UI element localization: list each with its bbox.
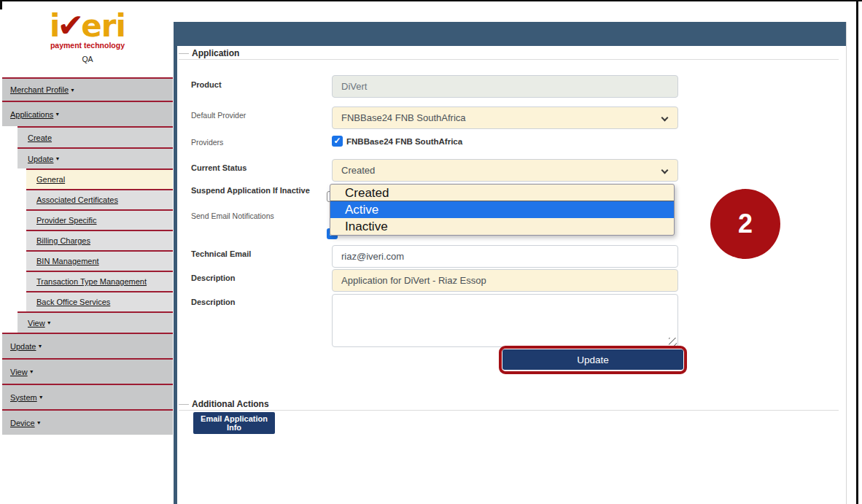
- logo-letters: eri: [81, 8, 125, 44]
- sidebar-item-back-office-services[interactable]: Back Office Services: [26, 291, 173, 311]
- sidebar-item-label: Merchant Profile: [10, 85, 69, 94]
- chevron-down-icon: [661, 115, 669, 122]
- status-option-created[interactable]: Created: [330, 185, 674, 201]
- expand-arrow-icon: ▼: [37, 344, 42, 349]
- step-2-annotation-badge: 2: [710, 189, 780, 259]
- sidebar-item-billing-charges[interactable]: Billing Charges: [26, 230, 173, 250]
- legend-dash: [179, 404, 189, 405]
- description-notes-textarea[interactable]: [332, 294, 678, 347]
- current-status-value: Created: [341, 165, 375, 176]
- sidebar-item-label: Create: [28, 133, 52, 142]
- status-option-active[interactable]: Active: [330, 201, 674, 218]
- technical-email-input[interactable]: [332, 245, 678, 268]
- expand-arrow-icon: ▼: [70, 88, 75, 93]
- sidebar-item-label: View: [28, 319, 45, 327]
- sidebar: i✔eri payment technology QA Merchant Pro…: [2, 1, 173, 504]
- suspend-if-inactive-label: Suspend Application If Inactive: [191, 186, 310, 195]
- description-input[interactable]: [332, 269, 678, 292]
- additional-actions-legend-text: Additional Actions: [192, 399, 269, 409]
- email-application-info-button[interactable]: Email Application Info: [193, 412, 275, 434]
- main-content: Application Product DiVert Default Provi…: [177, 46, 846, 504]
- sidebar-item-update[interactable]: Update▼: [18, 147, 173, 168]
- providers-option-label: FNBBase24 FNB SouthAfrica: [346, 137, 462, 146]
- expand-arrow-icon: ▼: [47, 320, 52, 325]
- sidebar-menu: Merchant Profile▼Applications▼CreateUpda…: [2, 77, 173, 435]
- top-header-bar: [174, 22, 846, 46]
- providers-label: Providers: [191, 138, 223, 147]
- default-provider-select[interactable]: FNBBase24 FNB SouthAfrica: [332, 106, 678, 129]
- expand-arrow-icon: ▼: [39, 395, 44, 400]
- sidebar-item-label: Applications: [10, 110, 53, 119]
- iveri-logo: i✔eri: [2, 9, 173, 42]
- additional-actions-legend-line: [179, 410, 839, 411]
- sidebar-item-transaction-type-management[interactable]: Transaction Type Management: [26, 271, 173, 291]
- update-button[interactable]: Update: [502, 349, 683, 370]
- sidebar-item-update[interactable]: Update▼: [2, 333, 173, 358]
- default-provider-label: Default Provider: [191, 111, 246, 120]
- product-label: Product: [191, 80, 222, 89]
- expand-arrow-icon: ▼: [55, 156, 60, 161]
- sidebar-item-label: Update: [28, 155, 53, 163]
- status-option-inactive[interactable]: Inactive: [330, 218, 674, 235]
- window-frame-right: [856, 0, 858, 504]
- technical-email-label: Technical Email: [191, 249, 251, 258]
- description-label: Description: [191, 274, 236, 282]
- sidebar-item-label: Transaction Type Management: [36, 277, 147, 286]
- sidebar-item-applications[interactable]: Applications▼: [2, 101, 173, 126]
- page: i✔eri payment technology QA Merchant Pro…: [0, 0, 862, 504]
- sidebar-item-create[interactable]: Create: [18, 126, 173, 147]
- sidebar-item-label: Provider Specific: [36, 216, 97, 225]
- sidebar-item-associated-certificates[interactable]: Associated Certificates: [26, 189, 173, 209]
- sidebar-item-label: Associated Certificates: [36, 195, 118, 204]
- current-status-dropdown-list: CreatedActiveInactive: [330, 184, 675, 236]
- sidebar-item-label: Device: [10, 419, 35, 427]
- textarea-resize-grip[interactable]: [669, 338, 677, 346]
- sidebar-item-merchant-profile[interactable]: Merchant Profile▼: [2, 77, 173, 101]
- sidebar-item-general[interactable]: General: [26, 168, 173, 189]
- application-legend-line: [179, 59, 839, 60]
- brand-logo-block: i✔eri payment technology QA: [2, 1, 173, 77]
- providers-checkbox[interactable]: ✓: [332, 136, 343, 147]
- additional-actions-legend: Additional Actions: [179, 399, 269, 409]
- expand-arrow-icon: ▼: [36, 420, 42, 425]
- default-provider-value: FNBBase24 FNB SouthAfrica: [341, 112, 466, 123]
- sidebar-item-label: BIN Management: [36, 257, 99, 265]
- sidebar-item-device[interactable]: Device▼: [2, 409, 173, 435]
- environment-label: QA: [2, 55, 173, 63]
- sidebar-item-label: System: [10, 393, 37, 402]
- sidebar-item-label: Billing Charges: [36, 236, 90, 245]
- chevron-down-icon: [661, 167, 669, 174]
- sidebar-item-bin-management[interactable]: BIN Management: [26, 250, 173, 271]
- expand-arrow-icon: ▼: [29, 369, 34, 374]
- content-right-divider: [846, 22, 847, 504]
- sidebar-item-provider-specific[interactable]: Provider Specific: [26, 209, 173, 230]
- sidebar-item-view[interactable]: View▼: [18, 311, 173, 333]
- application-legend-text: Application: [192, 48, 239, 58]
- legend-dash: [179, 53, 189, 54]
- expand-arrow-icon: ▼: [55, 112, 60, 117]
- application-section-legend: Application: [179, 48, 239, 58]
- send-email-notifications-label: Send Email Notifications: [191, 212, 274, 220]
- current-status-select[interactable]: Created: [332, 159, 678, 182]
- product-field: DiVert: [332, 75, 678, 98]
- sidebar-item-label: View: [10, 368, 28, 376]
- sidebar-item-label: General: [36, 175, 65, 184]
- sidebar-item-system[interactable]: System▼: [2, 384, 173, 409]
- sidebar-item-label: Update: [10, 342, 36, 351]
- current-status-label: Current Status: [191, 163, 246, 172]
- logo-check-icon: ✔: [57, 7, 83, 44]
- brand-tagline: payment technology: [2, 41, 173, 50]
- sidebar-item-label: Back Office Services: [36, 298, 110, 306]
- description-notes-label: Description: [191, 298, 236, 306]
- sidebar-item-view[interactable]: View▼: [2, 358, 173, 384]
